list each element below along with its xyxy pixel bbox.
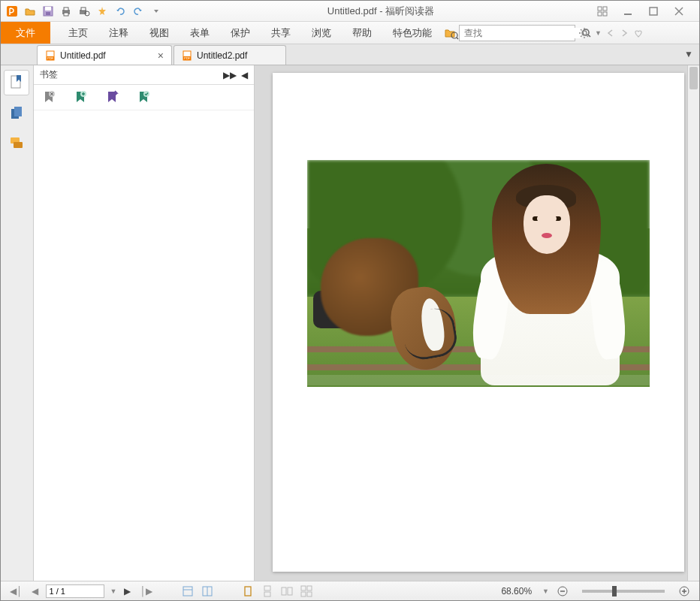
svg-rect-48 (282, 587, 286, 595)
gear-dropdown-icon[interactable]: ▼ (595, 29, 602, 37)
svg-line-19 (457, 38, 458, 39)
bookmark-collapse-icon[interactable]: ◀ (241, 70, 248, 80)
main-area: 书签 ▶▶ ◀ (1, 65, 699, 581)
document-tabbar: PDF Untitled.pdf × PDF Untitled2.pdf ▼ (1, 44, 699, 65)
bookmark-add-icon[interactable] (71, 89, 89, 107)
open-icon[interactable] (22, 3, 38, 20)
bookmark-body (34, 110, 254, 581)
svg-rect-11 (603, 7, 607, 11)
layout-continuous-facing-icon[interactable] (300, 584, 313, 598)
svg-rect-5 (64, 8, 68, 11)
vertical-scrollbar[interactable] (687, 65, 699, 581)
menu-home[interactable]: 主页 (58, 22, 98, 44)
zoom-slider-knob[interactable] (612, 586, 617, 596)
save-icon[interactable] (40, 3, 56, 20)
sidebar-pages-icon[interactable] (4, 100, 29, 125)
bookmark-delete-icon[interactable] (40, 89, 58, 107)
menu-view[interactable]: 视图 (139, 22, 180, 44)
maximize-button[interactable] (648, 6, 666, 17)
svg-text:PDF: PDF (184, 56, 191, 60)
folder-search-icon[interactable] (444, 26, 459, 40)
svg-text:PDF: PDF (47, 56, 54, 60)
print-icon[interactable] (58, 3, 74, 20)
undo-icon[interactable] (112, 3, 128, 20)
zoom-slider[interactable] (582, 590, 665, 593)
menubar: 文件 主页 注释 视图 表单 保护 共享 浏览 帮助 特色功能 ▼ (1, 22, 699, 44)
window-controls (597, 6, 696, 17)
bookmark-check-icon[interactable] (134, 89, 152, 107)
redo-icon[interactable] (130, 3, 146, 20)
last-page-icon[interactable]: │▶ (138, 586, 154, 596)
embedded-image (307, 160, 650, 387)
tab-untitled2-pdf[interactable]: PDF Untitled2.pdf (173, 45, 286, 65)
heart-icon[interactable] (633, 28, 644, 38)
svg-rect-0 (7, 6, 17, 17)
bookmark-expand-icon[interactable]: ▶▶ (223, 70, 237, 80)
menu-features[interactable]: 特色功能 (382, 22, 442, 44)
svg-rect-53 (307, 592, 312, 596)
svg-rect-3 (46, 12, 50, 15)
minimize-button[interactable] (623, 6, 641, 17)
bookmark-goto-icon[interactable] (103, 89, 121, 107)
menu-file[interactable]: 文件 (1, 22, 50, 44)
ribbon-toggle-icon[interactable] (597, 6, 615, 17)
quick-access-toolbar (4, 3, 164, 20)
menu-protect[interactable]: 保护 (220, 22, 261, 44)
svg-rect-49 (288, 587, 292, 595)
new-icon[interactable] (94, 3, 110, 20)
document-viewport[interactable] (255, 65, 699, 581)
menu-help[interactable]: 帮助 (342, 22, 382, 44)
pdf-page (273, 73, 684, 572)
menu-annotate[interactable]: 注释 (98, 22, 139, 44)
view-mode-2-icon[interactable] (201, 584, 214, 598)
bookmark-header: 书签 ▶▶ ◀ (34, 65, 254, 85)
svg-rect-31 (14, 107, 22, 116)
tab-dropdown-icon[interactable]: ▼ (684, 49, 693, 59)
pdf-icon: PDF (182, 50, 192, 61)
menu-form[interactable]: 表单 (180, 22, 220, 44)
tab-untitled-pdf[interactable]: PDF Untitled.pdf × (37, 45, 172, 65)
nav-forward-icon[interactable] (620, 29, 629, 38)
pdf-icon: PDF (45, 50, 56, 61)
svg-rect-12 (598, 12, 602, 16)
prev-page-icon[interactable]: ◀ (30, 586, 40, 596)
svg-rect-2 (45, 7, 51, 11)
menu-browse[interactable]: 浏览 (301, 22, 342, 44)
zoom-out-icon[interactable] (555, 585, 570, 597)
bookmark-title: 书签 (40, 68, 223, 81)
page-number-input[interactable]: 1 / 1 (46, 584, 104, 598)
close-icon[interactable]: × (158, 50, 164, 62)
next-page-icon[interactable]: ▶ (122, 586, 132, 596)
bookmark-toolbar (34, 85, 254, 110)
first-page-icon[interactable]: ◀│ (8, 586, 24, 596)
scrollbar-thumb[interactable] (689, 67, 698, 89)
zoom-percentage: 68.60% (501, 586, 532, 596)
tab-label: Untitled.pdf (60, 50, 106, 61)
qat-dropdown-icon[interactable] (148, 3, 164, 20)
layout-single-icon[interactable] (241, 584, 255, 598)
sidebar-comments-icon[interactable] (4, 130, 29, 156)
close-button[interactable] (674, 6, 692, 17)
menu-right-controls: ▼ (578, 27, 650, 39)
search-input[interactable] (460, 28, 581, 38)
menu-share[interactable]: 共享 (261, 22, 301, 44)
zoom-dropdown-icon[interactable]: ▼ (542, 587, 549, 595)
svg-rect-13 (603, 12, 607, 16)
svg-rect-50 (301, 586, 306, 590)
gear-icon[interactable] (578, 27, 590, 39)
sidebar-bookmarks-icon[interactable] (4, 70, 29, 95)
layout-continuous-icon[interactable] (261, 584, 274, 598)
sidebar-tabs (1, 65, 34, 581)
nav-back-icon[interactable] (606, 29, 615, 38)
view-mode-1-icon[interactable] (181, 584, 195, 598)
svg-point-22 (582, 31, 587, 35)
page-dropdown-icon[interactable]: ▼ (110, 587, 117, 595)
titlebar: Untitled.pdf - 福昕阅读器 (1, 1, 699, 22)
svg-rect-10 (598, 7, 602, 11)
layout-facing-icon[interactable] (280, 584, 294, 598)
print-preview-icon[interactable] (76, 3, 92, 20)
svg-rect-15 (650, 8, 657, 15)
zoom-in-icon[interactable] (677, 585, 692, 597)
app-logo-icon[interactable] (4, 3, 20, 20)
svg-rect-6 (64, 13, 68, 16)
